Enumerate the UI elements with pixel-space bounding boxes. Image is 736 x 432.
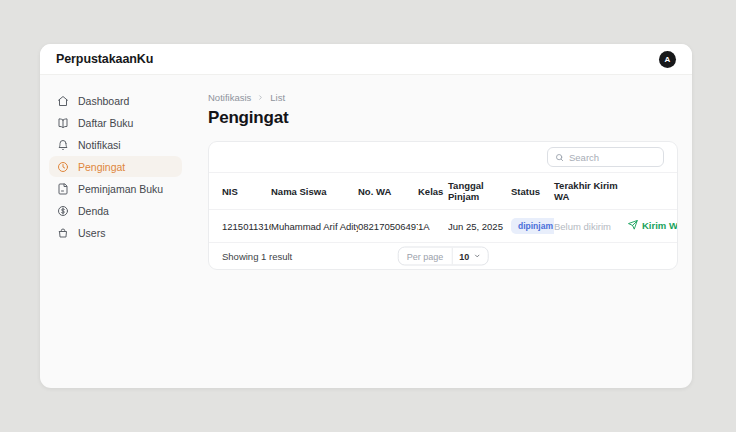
table-footer: Showing 1 result Per page 10 bbox=[209, 243, 677, 269]
search-box[interactable] bbox=[547, 147, 664, 167]
sidebar: Dashboard Daftar Buku Notifikasi Penging… bbox=[40, 75, 191, 387]
search-icon bbox=[555, 153, 564, 162]
sidebar-item-label: Users bbox=[78, 227, 105, 239]
sidebar-item-label: Dashboard bbox=[78, 95, 129, 107]
home-icon bbox=[57, 95, 69, 107]
column-header-action bbox=[628, 173, 677, 210]
cell-nis: 12150113167 bbox=[209, 210, 271, 243]
pengingat-table: NIS Nama Siswa No. WA Kelas Tanggal Pinj… bbox=[209, 172, 677, 243]
sidebar-item-daftar-buku[interactable]: Daftar Buku bbox=[49, 112, 182, 133]
app-title: PerpustakaanKu bbox=[56, 52, 153, 66]
sidebar-item-dashboard[interactable]: Dashboard bbox=[49, 90, 182, 111]
user-avatar[interactable]: A bbox=[659, 51, 676, 68]
page-title: Pengingat bbox=[208, 108, 678, 128]
main-content: Notifikasis List Pengingat bbox=[191, 75, 692, 387]
cell-no-wa: 082170506497 bbox=[358, 210, 418, 243]
kirim-wa-label: Kirim WA bbox=[642, 220, 677, 231]
bag-icon bbox=[57, 227, 69, 239]
clock-icon bbox=[57, 161, 69, 173]
cell-nama-siswa: Muhammad Arif Aditya bbox=[271, 210, 358, 243]
table-card: NIS Nama Siswa No. WA Kelas Tanggal Pinj… bbox=[208, 141, 678, 270]
column-header-nis: NIS bbox=[209, 173, 271, 210]
per-page-label: Per page bbox=[399, 248, 453, 265]
column-header-no-wa: No. WA bbox=[358, 173, 418, 210]
dollar-circle-icon bbox=[57, 205, 69, 217]
breadcrumb-current[interactable]: List bbox=[270, 92, 285, 103]
column-header-nama-siswa: Nama Siswa bbox=[271, 173, 358, 210]
sidebar-item-notifikasi[interactable]: Notifikasi bbox=[49, 134, 182, 155]
send-icon bbox=[628, 220, 638, 230]
sidebar-item-label: Pengingat bbox=[78, 161, 125, 173]
sidebar-item-denda[interactable]: Denda bbox=[49, 200, 182, 221]
breadcrumb-parent[interactable]: Notifikasis bbox=[208, 92, 251, 103]
results-count: Showing 1 result bbox=[222, 251, 292, 262]
sidebar-item-pengingat[interactable]: Pengingat bbox=[49, 156, 182, 177]
bell-icon bbox=[57, 139, 69, 151]
column-header-terakhir-kirim-wa: Terakhir Kirim WA bbox=[554, 173, 628, 210]
card-toolbar bbox=[209, 142, 677, 172]
top-bar: PerpustakaanKu A bbox=[40, 44, 692, 75]
per-page-control[interactable]: Per page 10 bbox=[398, 247, 489, 266]
column-header-kelas: Kelas bbox=[418, 173, 448, 210]
sidebar-item-label: Peminjaman Buku bbox=[78, 183, 163, 195]
per-page-select[interactable]: 10 bbox=[452, 248, 487, 265]
status-badge: dipinjam bbox=[511, 218, 554, 234]
sidebar-item-label: Notifikasi bbox=[78, 139, 121, 151]
search-input[interactable] bbox=[569, 152, 656, 163]
cell-tanggal-pinjam: Jun 25, 2025 bbox=[448, 210, 511, 243]
cell-status: dipinjam bbox=[511, 210, 554, 243]
chevron-down-icon bbox=[473, 253, 480, 260]
cell-kelas: 1A bbox=[418, 210, 448, 243]
column-header-tanggal-pinjam: Tanggal Pinjam bbox=[448, 173, 511, 210]
app-window: PerpustakaanKu A Dashboard Daftar Buku bbox=[40, 44, 692, 388]
file-icon bbox=[57, 183, 69, 195]
kirim-wa-button[interactable]: Kirim WA bbox=[628, 220, 677, 231]
cell-terakhir-kirim-wa: Belum dikirim bbox=[554, 210, 628, 243]
per-page-value: 10 bbox=[459, 251, 469, 261]
sidebar-item-peminjaman-buku[interactable]: Peminjaman Buku bbox=[49, 178, 182, 199]
sidebar-item-label: Daftar Buku bbox=[78, 117, 133, 129]
sidebar-item-label: Denda bbox=[78, 205, 109, 217]
cell-action: Kirim WA bbox=[628, 210, 677, 243]
table-header-row: NIS Nama Siswa No. WA Kelas Tanggal Pinj… bbox=[209, 173, 677, 210]
column-header-status: Status bbox=[511, 173, 554, 210]
table-row: 12150113167 Muhammad Arif Aditya 0821705… bbox=[209, 210, 677, 243]
chevron-right-icon bbox=[257, 94, 264, 101]
sidebar-item-users[interactable]: Users bbox=[49, 222, 182, 243]
breadcrumb: Notifikasis List bbox=[208, 92, 678, 103]
book-icon bbox=[57, 117, 69, 129]
